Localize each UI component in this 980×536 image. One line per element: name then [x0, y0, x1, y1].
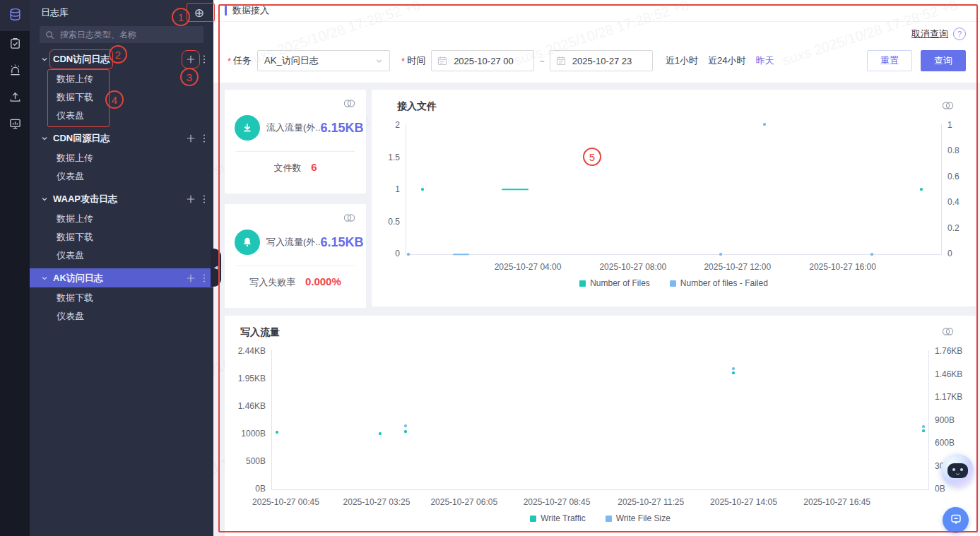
chevron-down-icon[interactable] [41, 275, 48, 282]
panel-collapse-handle[interactable]: ◀ [211, 249, 221, 287]
search-input[interactable] [59, 29, 198, 40]
quick-link-24h[interactable]: 近24小时 [708, 54, 745, 67]
chat-button[interactable] [943, 507, 969, 533]
main-area: suxs 2025/10/28 17:28:52 +8suxs 2025/10/… [213, 0, 980, 536]
tree-item[interactable]: 数据下载 [30, 228, 213, 246]
chevron-down-icon [375, 57, 383, 65]
rail-item-tasks[interactable] [0, 31, 30, 58]
collapse-arrow-icon: ◀ [214, 265, 218, 270]
y-tick: 0.6 [947, 172, 966, 181]
tree-item[interactable]: 数据上传 [30, 70, 213, 88]
legend-item[interactable]: Write File Size [606, 513, 671, 523]
data-point [732, 367, 735, 370]
tree-item[interactable]: 仪表盘 [30, 167, 213, 186]
tree-group-label[interactable]: CDN回源日志 [53, 132, 110, 145]
divider [236, 266, 355, 266]
legend-label: Write Traffic [541, 513, 586, 523]
y-tick: 0.8 [947, 145, 966, 155]
more-icon[interactable] [203, 54, 206, 64]
tree-group-label[interactable]: CDN访问日志 [53, 53, 110, 66]
rail-item-dashboard[interactable] [0, 112, 30, 138]
chevron-down-icon[interactable] [41, 135, 48, 142]
range-separator: ~ [539, 56, 545, 66]
quick-link-yesterday[interactable]: 昨天 [755, 54, 774, 67]
data-point [502, 189, 529, 191]
y-tick: 2 [382, 120, 400, 130]
tree-item[interactable]: 仪表盘 [30, 107, 213, 125]
link-rings-icon[interactable] [941, 326, 955, 337]
ai-assistant-avatar[interactable] [941, 454, 974, 487]
x-tick: 2025-10-27 14:05 [710, 497, 777, 507]
x-tick: 2025-10-27 06:05 [430, 497, 497, 507]
reset-button[interactable]: 重置 [867, 50, 912, 71]
tree-item[interactable]: 数据下载 [30, 88, 213, 107]
x-tick: 2025-10-27 04:00 [495, 262, 562, 272]
quick-link-1h[interactable]: 近1小时 [666, 54, 698, 67]
tree-group-row[interactable]: CDN回源日志 [30, 129, 213, 148]
legend-item[interactable]: Write Traffic [530, 513, 586, 523]
add-icon[interactable] [186, 273, 196, 283]
divider [236, 151, 355, 152]
search-button[interactable]: 查询 [921, 50, 966, 71]
tree-group-row[interactable]: CDN访问日志 [30, 49, 213, 69]
tree-search[interactable] [40, 26, 203, 43]
alarm-icon [8, 64, 22, 80]
rail-item-alerts[interactable] [0, 58, 30, 85]
chart-legend: Number of FilesNumber of files - Failed [372, 278, 976, 288]
legend-item[interactable]: Number of files - Failed [670, 278, 768, 288]
link-rings-icon[interactable] [343, 98, 356, 109]
robot-face-icon [947, 463, 968, 478]
calendar-icon [556, 56, 566, 66]
legend-label: Number of files - Failed [680, 278, 768, 288]
add-icon[interactable] [186, 54, 196, 64]
more-icon[interactable] [203, 133, 206, 143]
tree-group-row[interactable]: AK访问日志 [30, 268, 213, 287]
x-tick: 2025-10-27 08:00 [599, 262, 666, 272]
tree-item[interactable]: 仪表盘 [30, 307, 213, 326]
tree-item[interactable]: 数据下载 [30, 289, 213, 307]
add-log-type-button[interactable]: ⊕ [194, 7, 204, 19]
more-icon[interactable] [203, 194, 206, 204]
time-from-value[interactable] [452, 55, 528, 67]
plot-area [271, 350, 929, 490]
data-point [453, 254, 469, 256]
tree-group-label[interactable]: WAAP攻击日志 [53, 193, 117, 206]
tree-children: 数据上传数据下载仪表盘 [30, 208, 213, 268]
card-value: 6.15KB [321, 235, 364, 250]
add-icon[interactable] [186, 194, 196, 204]
x-tick: 2025-10-27 03:25 [343, 497, 411, 507]
title-accent-bar [225, 6, 227, 16]
rail-item-upload[interactable] [0, 85, 30, 112]
x-axis: 2025-10-27 04:002025-10-27 08:002025-10-… [406, 262, 942, 273]
add-icon[interactable] [186, 133, 196, 143]
card-sub-value: 0.000% [305, 275, 341, 287]
rail-item-log-library[interactable] [0, 0, 30, 31]
link-rings-icon[interactable] [343, 213, 356, 223]
time-to-value[interactable] [571, 55, 647, 67]
card-title: 写入流量(外.. [266, 236, 321, 249]
inflow-traffic-card: 流入流量(外.. 6.15KB 文件数 6 [225, 90, 366, 193]
tree-item[interactable]: 数据上传 [30, 149, 213, 167]
time-from-input[interactable] [431, 50, 534, 71]
tree-group-label[interactable]: AK访问日志 [53, 272, 103, 285]
y-tick: 1000B [235, 429, 266, 439]
chevron-down-icon[interactable] [41, 196, 48, 203]
y-tick: 600B [935, 438, 966, 448]
x-tick: 2025-10-27 00:45 [252, 497, 319, 507]
link-rings-icon[interactable] [941, 100, 955, 111]
time-to-input[interactable] [550, 50, 653, 71]
legend-swatch [670, 280, 676, 287]
legend-item[interactable]: Number of Files [579, 278, 650, 288]
chevron-down-icon[interactable] [41, 56, 48, 63]
data-point [920, 188, 923, 191]
data-point [379, 432, 382, 435]
tree-group-row[interactable]: WAAP攻击日志 [30, 189, 213, 208]
log-type-tree: CDN访问日志数据上传数据下载仪表盘CDN回源日志数据上传仪表盘WAAP攻击日志… [30, 49, 213, 328]
help-icon[interactable]: ? [953, 28, 966, 40]
clipboard-check-icon [8, 37, 22, 53]
tree-item[interactable]: 仪表盘 [30, 246, 213, 265]
cancel-query-link[interactable]: 取消查询 [911, 28, 948, 40]
more-icon[interactable] [203, 273, 206, 283]
task-select[interactable]: AK_访问日志 [257, 50, 390, 71]
tree-item[interactable]: 数据上传 [30, 210, 213, 228]
